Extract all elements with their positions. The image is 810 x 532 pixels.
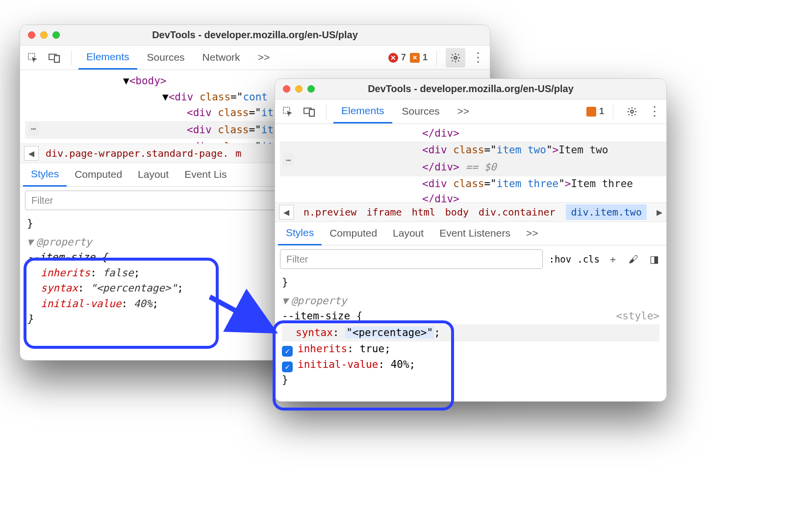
chevron-left-icon[interactable]: ◀ bbox=[24, 146, 39, 161]
tab-more[interactable]: >> bbox=[250, 47, 278, 69]
device-toggle-icon[interactable] bbox=[300, 102, 319, 121]
source-link[interactable]: <style> bbox=[616, 309, 659, 324]
checkbox-icon[interactable]: ✓ bbox=[282, 346, 293, 357]
kebab-icon[interactable]: ⋮ bbox=[469, 50, 487, 65]
close-icon[interactable] bbox=[283, 85, 290, 93]
tab-styles[interactable]: Styles bbox=[278, 222, 322, 245]
tab-layout[interactable]: Layout bbox=[385, 222, 431, 244]
device-toggle-icon[interactable] bbox=[45, 48, 64, 68]
gear-icon[interactable] bbox=[622, 102, 642, 121]
breadcrumb[interactable]: ◀ n.preview iframe html body div.contain… bbox=[275, 202, 666, 222]
kebab-icon[interactable]: ⋮ bbox=[646, 104, 663, 119]
gear-icon[interactable] bbox=[446, 48, 465, 68]
chevron-left-icon[interactable]: ◀ bbox=[279, 205, 294, 219]
styles-body[interactable]: } ▼ @property --item-size { <style> synt… bbox=[275, 273, 666, 395]
svg-point-9 bbox=[631, 110, 633, 113]
warning-badge[interactable]: 1 bbox=[586, 106, 604, 117]
titlebar: DevTools - developer.mozilla.org/en-US/p… bbox=[275, 79, 666, 99]
main-toolbar: Elements Sources Network >> ✕7 ✕1 ⋮ bbox=[20, 46, 490, 70]
minimize-icon[interactable] bbox=[40, 31, 48, 39]
tab-sources[interactable]: Sources bbox=[139, 47, 193, 69]
plus-icon[interactable]: ＋ bbox=[606, 253, 620, 266]
tab-more[interactable]: >> bbox=[450, 100, 478, 122]
tab-sources[interactable]: Sources bbox=[394, 100, 448, 122]
cls-toggle[interactable]: .cls bbox=[577, 254, 600, 265]
warning-badge[interactable]: ✕1 bbox=[410, 52, 428, 63]
hov-toggle[interactable]: :hov bbox=[549, 254, 571, 265]
tab-event-listeners[interactable]: Event Listeners bbox=[431, 222, 518, 244]
svg-point-4 bbox=[454, 56, 457, 59]
panel-toggle-icon[interactable]: ◨ bbox=[647, 253, 661, 265]
inspect-icon[interactable] bbox=[23, 48, 43, 68]
traffic-lights bbox=[28, 31, 60, 39]
tab-network[interactable]: Network bbox=[195, 47, 248, 69]
tab-styles[interactable]: Styles bbox=[23, 163, 67, 187]
close-icon[interactable] bbox=[28, 31, 35, 39]
window-title: DevTools - developer.mozilla.org/en-US/p… bbox=[20, 29, 490, 41]
breadcrumb-selected[interactable]: div.item.two bbox=[566, 204, 647, 220]
tab-elements[interactable]: Elements bbox=[333, 100, 392, 123]
main-toolbar: Elements Sources >> 1 ⋮ bbox=[275, 99, 666, 124]
tab-computed[interactable]: Computed bbox=[67, 164, 130, 186]
styles-panel-tabs: Styles Computed Layout Event Listeners >… bbox=[275, 222, 666, 245]
ellipsis-icon[interactable]: ⋯ bbox=[283, 153, 294, 167]
tab-event-listeners[interactable]: Event Lis bbox=[177, 164, 234, 186]
traffic-lights bbox=[283, 85, 315, 93]
tab-more[interactable]: >> bbox=[518, 222, 546, 244]
filter-input[interactable]: Filter bbox=[280, 249, 543, 269]
ellipsis-icon[interactable]: ⋯ bbox=[28, 122, 39, 136]
svg-rect-2 bbox=[54, 55, 59, 62]
tab-elements[interactable]: Elements bbox=[78, 46, 137, 70]
inspect-icon[interactable] bbox=[278, 102, 298, 121]
zoom-icon[interactable] bbox=[52, 31, 60, 39]
devtools-window-2: DevTools - developer.mozilla.org/en-US/p… bbox=[275, 78, 667, 402]
window-title: DevTools - developer.mozilla.org/en-US/p… bbox=[275, 83, 666, 95]
brush-icon[interactable]: 🖌 bbox=[626, 254, 641, 265]
checkbox-icon[interactable]: ✓ bbox=[282, 362, 293, 372]
error-badge[interactable]: ✕7 bbox=[388, 52, 406, 63]
titlebar: DevTools - developer.mozilla.org/en-US/p… bbox=[20, 25, 490, 46]
tab-computed[interactable]: Computed bbox=[322, 222, 385, 244]
minimize-icon[interactable] bbox=[295, 85, 303, 93]
dom-tree[interactable]: </div> <div class="item two">Item two </… bbox=[275, 124, 666, 202]
zoom-icon[interactable] bbox=[307, 85, 315, 93]
svg-rect-7 bbox=[309, 109, 314, 116]
tab-layout[interactable]: Layout bbox=[130, 164, 177, 186]
